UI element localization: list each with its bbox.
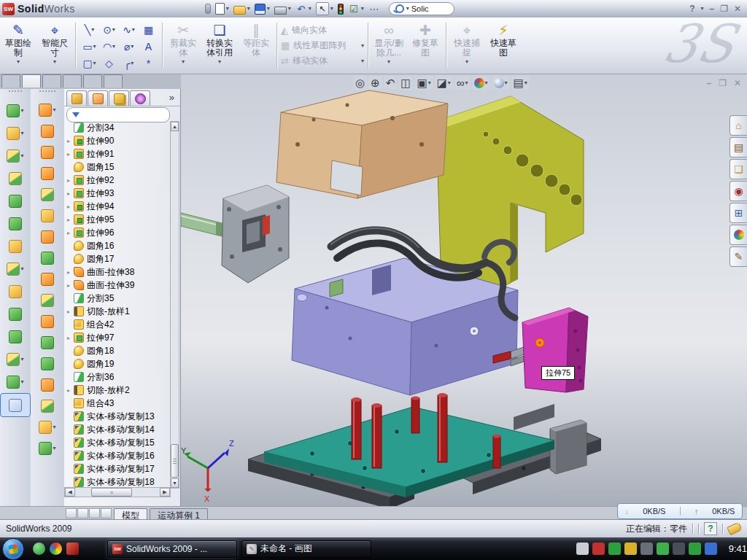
tree-item[interactable]: ▸ 拉伸92 xyxy=(64,174,171,187)
toolbox-tab[interactable]: ⊞ xyxy=(729,203,747,223)
quicklaunch-browser-icon[interactable] xyxy=(50,542,62,555)
sketch-button[interactable]: ✎ 草图绘制 ▾ xyxy=(0,19,36,65)
offset-surface-button[interactable] xyxy=(31,247,64,268)
mirror-feature-button[interactable] xyxy=(0,280,31,303)
configurationmanager-tab[interactable] xyxy=(109,90,129,106)
radiate-surface-button[interactable] xyxy=(31,268,64,289)
toolbar-overflow-button[interactable]: ⋯ xyxy=(367,2,382,15)
start-button[interactable] xyxy=(2,538,24,560)
doc-close-button[interactable]: ✕ xyxy=(734,78,741,88)
last-tab-button[interactable] xyxy=(101,508,112,518)
hole-wizard-button[interactable] xyxy=(0,235,31,257)
tray-network-warning-icon[interactable] xyxy=(673,542,685,555)
repair-sketch-button[interactable]: ✚ 修复草图 xyxy=(407,19,444,58)
graphics-viewport[interactable]: Y Z X ◎⊕↶◫▣▾◪▾∞▾●▾●▾▤▾ – ❐ ✕ ⌂▤❏◉⊞●✎ 拉伸7… xyxy=(181,74,747,506)
move-entities-button[interactable]: ⇄移动实体▾ xyxy=(279,53,365,69)
tree-horizontal-scrollbar[interactable]: ◀ ≡ ▶ xyxy=(64,487,171,497)
ruled-surface-button[interactable] xyxy=(31,289,64,311)
tree-filter-box[interactable] xyxy=(66,107,170,122)
point-tool[interactable]: * xyxy=(139,55,158,71)
tab-mold-tools[interactable] xyxy=(63,74,82,88)
tree-item[interactable]: ▸ 组合42 xyxy=(64,318,171,331)
sw-content-tab[interactable]: ◉ xyxy=(729,181,747,201)
rebuild-button[interactable] xyxy=(336,3,345,15)
tree-item[interactable]: ▸ 实体-移动/复制14 xyxy=(64,423,171,436)
scroll-thumb[interactable]: ≡ xyxy=(91,488,132,497)
tree-item[interactable]: ▸ 分割35 xyxy=(64,292,171,305)
sketch-text-tool[interactable]: A xyxy=(139,38,158,55)
tree-item[interactable]: ▸ 实体-移动/复制13 xyxy=(64,410,171,423)
shut-off-surface-button[interactable] xyxy=(31,141,64,163)
undo-button[interactable]: ↶▾ xyxy=(294,2,313,15)
planar-surface-button[interactable] xyxy=(31,311,64,332)
solidworks-resources-tab[interactable]: ⌂ xyxy=(729,115,747,136)
scroll-thumb[interactable] xyxy=(171,444,179,478)
task-solidworks[interactable]: SWSolidWorks 2009 - ... xyxy=(107,540,237,558)
line-tool[interactable]: ╲▾ xyxy=(80,21,99,38)
scroll-left-button[interactable]: ◀ xyxy=(65,488,75,497)
slot-tool[interactable]: ▢▾ xyxy=(80,55,99,71)
tree-item[interactable]: ▸ 实体-移动/复制16 xyxy=(64,449,171,462)
linear-sketch-pattern-button[interactable]: ▦线性草图阵列▾ xyxy=(279,38,365,53)
tree-item[interactable]: ▸ 分割34 xyxy=(64,121,171,134)
scroll-up-button[interactable]: ▲ xyxy=(171,122,179,131)
selection-grid-tool[interactable]: ▦ xyxy=(139,21,158,38)
tray-phone-icon[interactable] xyxy=(657,542,669,555)
tooling-split-button[interactable] xyxy=(31,184,64,205)
quicklaunch-messenger-icon[interactable] xyxy=(33,542,45,555)
toolbar-grip[interactable] xyxy=(39,90,55,98)
tray-audio-icon[interactable] xyxy=(640,542,653,555)
combine-bodies-button[interactable] xyxy=(0,303,31,325)
propertymanager-tab[interactable] xyxy=(88,90,108,106)
tab-features[interactable] xyxy=(1,74,20,88)
scroll-right-button[interactable]: ▶ xyxy=(160,488,170,497)
help-button[interactable]: ? xyxy=(689,4,694,14)
tray-security-alert-icon[interactable] xyxy=(592,542,605,555)
doc-restore-button[interactable]: ❐ xyxy=(719,78,727,88)
model-3d-view[interactable]: Y Z X xyxy=(181,74,747,506)
quicklaunch-solidworks-icon[interactable] xyxy=(66,542,79,555)
rapid-sketch-button[interactable]: ⚡ 快速草图 xyxy=(485,19,522,58)
prev-tab-button[interactable] xyxy=(77,508,88,518)
apply-scene-button[interactable]: ●▾ xyxy=(492,76,510,90)
tree-item[interactable]: ▸ 拉伸95 xyxy=(64,213,171,226)
tree-item[interactable]: ▸ 拉伸93 xyxy=(64,187,171,200)
trim-entities-button[interactable]: ✂ 剪裁实体 ▾ xyxy=(165,19,201,65)
rectangle-tool[interactable]: ▭▾ xyxy=(80,38,99,55)
hide-show-items-button[interactable]: ∞▾ xyxy=(454,76,471,90)
taskbar-clock[interactable]: 9:41 xyxy=(729,543,747,554)
help-dropdown-icon[interactable]: ▾ xyxy=(700,6,703,12)
tree-item[interactable]: ▸ 曲面-拉伸38 xyxy=(64,265,171,279)
design-library-tab[interactable]: ▤ xyxy=(729,137,747,158)
linear-pattern-button[interactable]: ▾ xyxy=(0,257,31,280)
spline-curve-button[interactable]: ▾ xyxy=(31,438,64,459)
quick-tips-button[interactable]: ? xyxy=(704,522,717,535)
extruded-surface-button[interactable] xyxy=(31,374,64,395)
view-settings-button[interactable]: ▤▾ xyxy=(511,76,530,90)
edit-appearance-button[interactable]: ●▾ xyxy=(472,76,490,90)
tray-shield-lightning-icon[interactable] xyxy=(608,542,621,555)
tree-item[interactable]: ▸ 圆角19 xyxy=(64,357,171,370)
revolved-boss-button[interactable]: ▾ xyxy=(0,144,31,167)
tab-sketch[interactable] xyxy=(22,74,41,88)
tree-item[interactable]: ▸ 圆角15 xyxy=(64,160,171,174)
convert-entities-button[interactable]: ❏ 转换实体引用 ▾ xyxy=(201,19,238,65)
polygon-tool[interactable]: ◇ xyxy=(99,55,119,71)
model-tab[interactable]: 模型 xyxy=(114,508,147,519)
display-delete-relations-button[interactable]: ∞ 显示/删除几... ▾ xyxy=(371,19,407,65)
tab-evaluate[interactable] xyxy=(83,74,102,88)
quick-snaps-button[interactable]: ⌖ 快速捕捉 ▾ xyxy=(449,19,485,65)
ellipse-tool[interactable]: ⌀▾ xyxy=(119,38,139,55)
parting-surface-button[interactable] xyxy=(31,163,64,184)
quicklaunch-overflow[interactable] xyxy=(83,542,96,555)
tree-item[interactable]: ▸ 曲面-拉伸39 xyxy=(64,279,171,292)
circle-tool[interactable]: ⊙▾ xyxy=(99,21,119,38)
swept-boss-button[interactable] xyxy=(0,167,31,190)
new-document-button[interactable]: ▾ xyxy=(214,2,231,15)
extruded-boss-button[interactable]: ▾ xyxy=(0,99,31,122)
tree-item[interactable]: ▸ 切除-放样1 xyxy=(64,305,171,318)
tree-item[interactable]: ▸ 分割36 xyxy=(64,370,171,384)
core-button[interactable] xyxy=(31,205,64,226)
tree-item[interactable]: ▸ 圆角18 xyxy=(64,344,171,357)
display-style-button[interactable]: ◪▾ xyxy=(435,76,453,90)
